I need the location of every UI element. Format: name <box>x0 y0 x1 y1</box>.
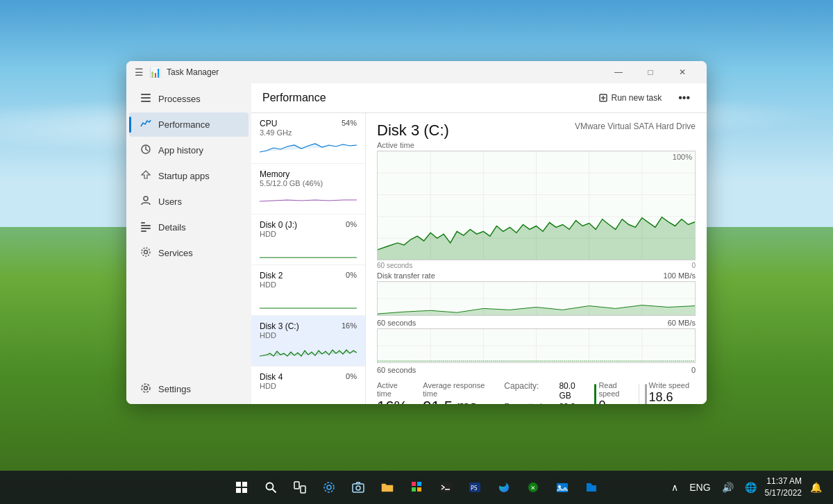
detail-header: Disk 3 (C:) VMware Virtual SATA Hard Dri… <box>377 121 696 140</box>
svg-rect-6 <box>141 225 151 226</box>
sixty-seconds-label: 60 seconds <box>377 262 412 269</box>
taskbar-photos-icon[interactable] <box>550 475 575 500</box>
active-time-stat-value: 16% <box>377 399 409 404</box>
svg-rect-47 <box>236 488 241 493</box>
svg-rect-2 <box>141 101 151 102</box>
disk-transfer-chart <box>377 281 696 316</box>
maximize-button[interactable]: □ <box>634 61 666 83</box>
device-item-disk0[interactable]: Disk 0 (J:) 0% HDD <box>251 215 365 265</box>
device-cpu-name: CPU <box>260 119 277 128</box>
taskbar-edge-icon[interactable] <box>491 475 516 500</box>
formatted-value: 80.0 GB <box>559 402 580 404</box>
users-icon <box>140 195 151 208</box>
bottom-time-row: 60 seconds 0 <box>377 366 696 374</box>
svg-rect-57 <box>412 482 416 486</box>
search-button[interactable] <box>258 475 283 500</box>
taskbar-camera-icon[interactable] <box>346 475 371 500</box>
minimize-button[interactable]: — <box>603 61 634 83</box>
svg-rect-0 <box>141 94 151 95</box>
sidebar-item-details[interactable]: Details <box>129 215 249 240</box>
notification-icon[interactable]: 🔔 <box>807 480 825 494</box>
processes-icon <box>140 92 151 106</box>
taskbar-files-icon[interactable] <box>579 475 604 500</box>
device-memory-graph <box>260 189 357 208</box>
taskbar-folder-icon[interactable] <box>375 475 400 500</box>
sidebar-item-startup-apps[interactable]: Startup apps <box>129 164 249 188</box>
window-body: Processes Performance App history Startu… <box>126 83 707 404</box>
startup-icon <box>140 169 151 183</box>
clock-date: 5/17/2022 <box>765 487 802 499</box>
title-bar: ☰ 📊 Task Manager — □ ✕ <box>126 61 707 83</box>
disk-transfer-label: Disk transfer rate <box>377 271 435 280</box>
tray-network[interactable]: 🌐 <box>742 480 759 494</box>
detail-panel: Disk 3 (C:) VMware Virtual SATA Hard Dri… <box>366 113 707 404</box>
sidebar-label-startup-apps: Startup apps <box>158 171 210 181</box>
sidebar-item-processes[interactable]: Processes <box>129 87 249 111</box>
chart-percent: 100% <box>673 153 692 161</box>
disk-info-stat: Capacity: 80.0 GB Formatted: 80.0 GB Sys… <box>504 381 580 404</box>
taskbar-terminal-icon[interactable] <box>433 475 458 500</box>
taskbar-right: ∧ ENG 🔊 🌐 11:37 AM 5/17/2022 🔔 <box>668 476 825 499</box>
sidebar-item-users[interactable]: Users <box>129 190 249 214</box>
more-options-button[interactable]: ••• <box>673 89 696 107</box>
run-task-icon <box>598 93 608 103</box>
device-memory-name: Memory <box>260 169 289 179</box>
header-actions: Run new task ••• <box>593 89 696 107</box>
taskbar-winget-icon[interactable]: PS <box>462 475 487 500</box>
device-disk4-name: Disk 4 <box>260 372 283 382</box>
avg-response-stat: Average response time 91.5 ms <box>423 381 490 404</box>
device-disk2-name: Disk 2 <box>260 271 283 280</box>
task-manager-window: ☰ 📊 Task Manager — □ ✕ Processes Perfor <box>126 61 707 404</box>
run-new-task-button[interactable]: Run new task <box>593 90 667 106</box>
lang-label: ENG <box>689 482 710 493</box>
sidebar-settings[interactable]: Settings <box>129 377 249 401</box>
device-disk4-sub: HDD <box>260 382 357 390</box>
taskbar-xbox-icon[interactable]: ✕ <box>521 475 546 500</box>
svg-line-50 <box>273 489 276 493</box>
device-list: CPU 54% 3.49 GHz Memory <box>251 113 366 404</box>
sidebar-item-app-history[interactable]: App history <box>129 138 249 162</box>
stats-row: Active time 16% Average response time 91… <box>377 381 696 404</box>
sidebar-label-details: Details <box>158 222 186 233</box>
device-item-disk2[interactable]: Disk 2 0% HDD <box>251 265 365 316</box>
svg-rect-5 <box>141 222 145 224</box>
capacity-value: 80.0 GB <box>559 381 580 401</box>
device-disk0-graph <box>260 240 357 259</box>
write-speed-stat: Write speed 18.6 MB/s <box>645 381 696 404</box>
write-speed-value: 18.6 MB/s <box>649 391 696 404</box>
sidebar-label-app-history: App history <box>158 145 203 156</box>
avg-response-stat-value: 91.5 ms <box>423 399 490 404</box>
svg-rect-51 <box>294 482 299 489</box>
device-item-memory[interactable]: Memory 5.5/12.0 GB (46%) <box>251 164 365 215</box>
sidebar-item-services[interactable]: Services <box>129 241 249 265</box>
settings-label: Settings <box>158 384 191 394</box>
svg-point-11 <box>144 387 148 390</box>
device-disk4-usage: 0% <box>346 372 357 380</box>
window-title: Task Manager <box>167 67 219 77</box>
svg-rect-7 <box>141 228 151 229</box>
device-disk2-usage: 0% <box>346 271 357 279</box>
task-view-button[interactable] <box>287 475 312 500</box>
device-item-disk3[interactable]: Disk 3 (C:) 16% HDD <box>251 316 365 367</box>
close-button[interactable]: ✕ <box>666 61 698 83</box>
tray-volume[interactable]: 🔊 <box>719 480 737 494</box>
svg-rect-46 <box>242 482 247 487</box>
sidebar-item-performance[interactable]: Performance <box>129 112 249 137</box>
main-header: Performance Run new task ••• <box>251 83 707 113</box>
taskbar-store-icon[interactable] <box>404 475 429 500</box>
run-task-label: Run new task <box>611 93 662 103</box>
taskbar-clock[interactable]: 11:37 AM 5/17/2022 <box>765 476 802 499</box>
device-item-disk4[interactable]: Disk 4 0% HDD <box>251 367 365 404</box>
device-item-cpu[interactable]: CPU 54% 3.49 GHz <box>251 113 365 164</box>
sidebar-label-services: Services <box>158 248 193 258</box>
tray-chevron[interactable]: ∧ <box>668 480 681 494</box>
hamburger-icon[interactable]: ☰ <box>135 67 144 78</box>
tray-lang[interactable]: ENG <box>687 480 713 494</box>
settings-icon <box>140 383 151 396</box>
svg-rect-67 <box>557 483 568 492</box>
sixty-seconds-label-3: 60 seconds <box>377 366 416 374</box>
taskbar-settings-icon[interactable] <box>317 475 342 500</box>
start-button[interactable] <box>229 475 254 500</box>
device-disk2-header: Disk 2 0% <box>260 271 357 280</box>
avg-response-stat-label: Average response time <box>423 381 490 398</box>
